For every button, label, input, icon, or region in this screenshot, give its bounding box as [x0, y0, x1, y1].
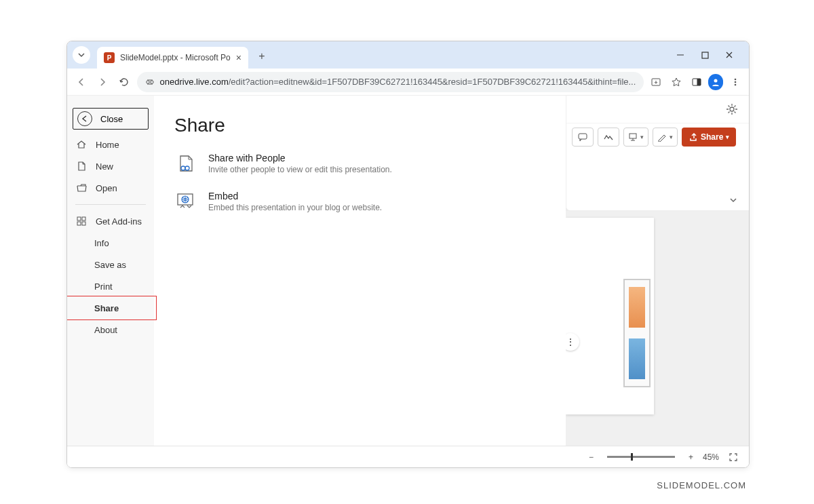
- addins-icon: [75, 216, 88, 227]
- nav-saveas[interactable]: Save as: [67, 254, 154, 275]
- nav-share[interactable]: Share: [67, 297, 154, 319]
- svg-point-2: [146, 80, 149, 83]
- svg-rect-8: [697, 79, 701, 85]
- install-app-icon[interactable]: [648, 73, 664, 91]
- app-content: ▾ ▾ Share ▾ ⋮ Close: [67, 96, 749, 467]
- svg-point-3: [150, 80, 153, 83]
- backstage-close-button[interactable]: Close: [73, 108, 149, 130]
- folder-open-icon: [75, 182, 88, 193]
- home-icon: [75, 139, 88, 150]
- svg-rect-1: [702, 52, 708, 58]
- option-desc: Embed this presentation in your blog or …: [208, 203, 382, 212]
- svg-rect-15: [629, 134, 636, 138]
- zoom-level[interactable]: 45%: [703, 452, 719, 462]
- nav-open[interactable]: Open: [67, 177, 154, 199]
- zoom-out-button[interactable]: −: [589, 452, 594, 462]
- browser-window: P SlideModel.pptx - Microsoft Po × + one…: [66, 41, 750, 468]
- maximize-button[interactable]: [699, 49, 711, 61]
- catchup-button[interactable]: [598, 128, 619, 147]
- svg-point-11: [735, 81, 737, 83]
- new-tab-button[interactable]: +: [252, 47, 271, 66]
- zoom-in-button[interactable]: +: [689, 452, 693, 462]
- nav-new[interactable]: New: [67, 155, 154, 177]
- backstage-content: Share Share with People Invite other peo…: [154, 96, 566, 467]
- nav-info[interactable]: Info: [67, 232, 154, 254]
- ribbon-peek: ▾ ▾ Share ▾: [566, 96, 749, 211]
- profile-avatar[interactable]: [708, 74, 723, 90]
- svg-rect-21: [82, 222, 85, 225]
- nav-about[interactable]: About: [67, 319, 154, 341]
- share-heading: Share: [174, 115, 545, 136]
- menu-icon[interactable]: [727, 73, 743, 91]
- slide-content-preview: [623, 279, 651, 387]
- powerpoint-favicon: P: [104, 52, 115, 63]
- svg-rect-18: [77, 217, 81, 220]
- present-button[interactable]: ▾: [623, 128, 648, 147]
- embed-icon: [174, 191, 196, 212]
- back-arrow-icon: [77, 111, 92, 126]
- svg-point-9: [714, 79, 718, 82]
- url-field[interactable]: onedrive.live.com/edit?action=editnew&id…: [137, 72, 644, 92]
- svg-point-10: [735, 78, 737, 80]
- back-button[interactable]: [73, 73, 90, 92]
- fit-to-window-icon[interactable]: [729, 452, 738, 462]
- zoom-slider[interactable]: [607, 456, 675, 458]
- option-title: Embed: [208, 191, 382, 201]
- close-tab-icon[interactable]: ×: [236, 52, 241, 63]
- embed-option[interactable]: Embed Embed this presentation in your bl…: [174, 191, 545, 212]
- share-button-label: Share: [701, 132, 723, 142]
- site-info-icon: [145, 77, 155, 87]
- minimize-button[interactable]: [674, 49, 686, 61]
- new-file-icon: [75, 161, 88, 172]
- reload-button[interactable]: [115, 73, 133, 92]
- share-button[interactable]: Share ▾: [682, 128, 736, 147]
- tab-search-button[interactable]: [73, 46, 90, 64]
- svg-point-13: [730, 107, 734, 111]
- close-label: Close: [100, 114, 123, 124]
- slide-canvas-peek: ⋮: [566, 211, 749, 446]
- nav-home[interactable]: Home: [67, 134, 154, 155]
- url-text: onedrive.live.com/edit?action=editnew&id…: [160, 77, 636, 87]
- panel-icon[interactable]: [689, 73, 705, 91]
- forward-button[interactable]: [94, 73, 112, 92]
- backstage-nav: Close Home New Open Get Add-ins: [67, 96, 154, 467]
- tab-title: SlideModel.pptx - Microsoft Po: [120, 53, 231, 62]
- option-title: Share with People: [208, 153, 392, 163]
- svg-rect-19: [82, 217, 85, 220]
- share-with-people-option[interactable]: Share with People Invite other people to…: [174, 153, 545, 174]
- svg-point-22: [181, 166, 185, 170]
- option-desc: Invite other people to view or edit this…: [208, 165, 392, 174]
- nav-divider: [75, 204, 146, 205]
- svg-rect-20: [77, 222, 81, 225]
- svg-point-12: [735, 83, 737, 85]
- status-bar: − + 45%: [67, 446, 749, 467]
- tab-bar: P SlideModel.pptx - Microsoft Po × +: [67, 41, 749, 69]
- comments-button[interactable]: [572, 128, 594, 147]
- nav-addins[interactable]: Get Add-ins: [67, 210, 154, 232]
- nav-print[interactable]: Print: [67, 275, 154, 297]
- svg-rect-14: [579, 134, 587, 139]
- bookmark-icon[interactable]: [668, 73, 684, 91]
- svg-point-23: [185, 166, 189, 170]
- browser-tab[interactable]: P SlideModel.pptx - Microsoft Po ×: [97, 47, 248, 69]
- share-people-icon: [174, 153, 196, 174]
- address-bar: onedrive.live.com/edit?action=editnew&id…: [67, 69, 749, 96]
- window-controls: [674, 49, 743, 61]
- settings-icon[interactable]: [726, 103, 738, 115]
- backstage-panel: Close Home New Open Get Add-ins: [67, 96, 566, 467]
- editing-mode-button[interactable]: ▾: [653, 128, 678, 147]
- close-window-button[interactable]: [723, 49, 735, 61]
- collapse-ribbon-icon[interactable]: [729, 195, 738, 205]
- watermark: SLIDEMODEL.COM: [657, 480, 746, 490]
